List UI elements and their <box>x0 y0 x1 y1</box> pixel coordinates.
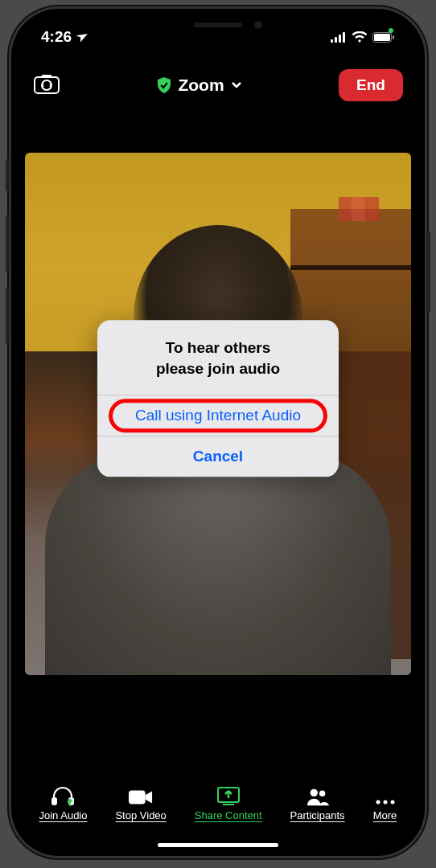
svg-rect-5 <box>374 34 390 41</box>
stop-video-label: Stop Video <box>115 809 166 821</box>
app-header: Zoom End <box>14 51 422 117</box>
svg-rect-10 <box>129 791 146 805</box>
volume-button <box>6 159 10 191</box>
volume-button <box>6 288 10 344</box>
participants-label: Participants <box>290 809 345 821</box>
video-camera-icon <box>129 788 153 806</box>
power-button <box>426 231 430 312</box>
call-internet-audio-button[interactable]: Call using Internet Audio <box>97 395 339 436</box>
join-audio-button[interactable]: Join Audio <box>39 785 87 821</box>
notch <box>125 11 311 39</box>
participants-button[interactable]: Participants <box>290 785 345 821</box>
cancel-button[interactable]: Cancel <box>97 436 339 477</box>
svg-point-13 <box>310 789 317 796</box>
encryption-shield-icon <box>157 77 171 93</box>
svg-point-14 <box>319 791 325 797</box>
more-button[interactable]: More <box>373 785 397 821</box>
participants-icon <box>306 787 330 806</box>
volume-button <box>6 215 10 272</box>
svg-point-15 <box>376 800 380 805</box>
more-label: More <box>373 809 397 821</box>
screen: 4:26 <box>14 11 422 854</box>
dialog-cancel-label: Cancel <box>193 448 243 465</box>
svg-rect-0 <box>331 39 333 43</box>
clock-time: 4:26 <box>41 28 72 46</box>
wifi-icon <box>352 31 368 43</box>
svg-point-16 <box>383 800 387 805</box>
dialog-title: To hear others please join audio <box>97 320 339 395</box>
more-icon <box>374 798 397 806</box>
join-audio-dialog: To hear others please join audio Call us… <box>97 320 339 477</box>
end-meeting-button[interactable]: End <box>339 69 403 101</box>
share-screen-icon <box>216 785 241 806</box>
svg-rect-3 <box>343 32 345 43</box>
bottom-toolbar: Join Audio Stop Video <box>14 785 422 833</box>
svg-rect-2 <box>339 35 341 43</box>
stop-video-button[interactable]: Stop Video <box>115 785 166 821</box>
svg-rect-6 <box>393 35 394 39</box>
dialog-title-line1: To hear others <box>113 338 323 358</box>
recording-indicator-icon <box>389 28 393 33</box>
meeting-title[interactable]: Zoom <box>157 76 241 95</box>
join-audio-label: Join Audio <box>39 809 87 821</box>
svg-rect-1 <box>335 37 337 43</box>
location-icon <box>73 29 89 45</box>
dialog-primary-label: Call using Internet Audio <box>135 407 301 424</box>
dialog-title-line2: please join audio <box>113 358 323 379</box>
share-content-label: Share Content <box>195 809 262 821</box>
switch-camera-icon <box>33 72 60 95</box>
share-content-button[interactable]: Share Content <box>195 785 262 821</box>
cellular-signal-icon <box>331 32 347 43</box>
up-arrow-icon <box>66 798 74 806</box>
switch-camera-button[interactable] <box>33 72 60 98</box>
meeting-title-label: Zoom <box>178 76 224 95</box>
svg-point-17 <box>390 800 394 805</box>
home-indicator[interactable] <box>158 843 278 847</box>
battery-icon <box>372 32 395 43</box>
svg-rect-8 <box>52 798 56 805</box>
chevron-down-icon <box>231 81 242 89</box>
phone-frame: 4:26 <box>9 6 427 858</box>
